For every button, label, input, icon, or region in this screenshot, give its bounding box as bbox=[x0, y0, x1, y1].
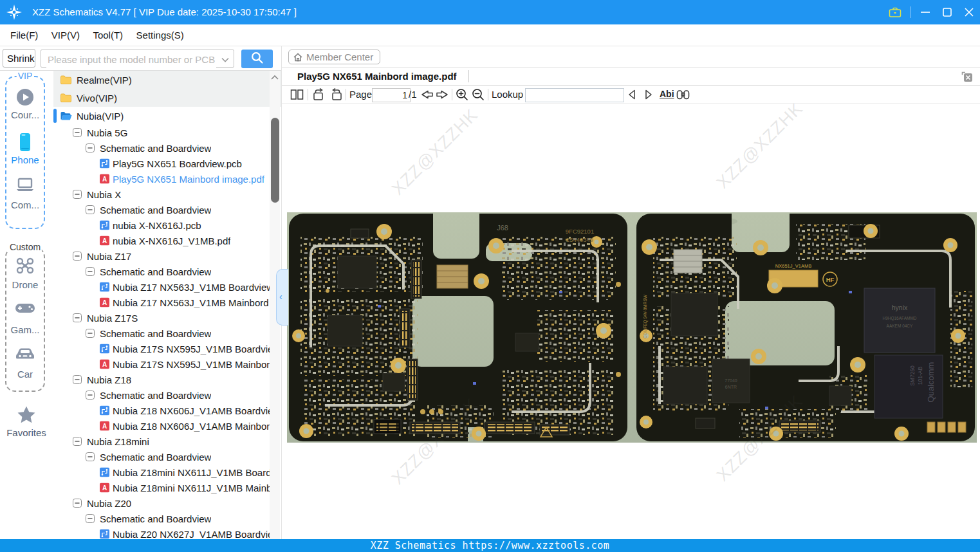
svg-text:A: A bbox=[102, 176, 107, 183]
search-icon bbox=[250, 51, 264, 65]
lookup-input[interactable] bbox=[525, 88, 624, 102]
member-center-button[interactable]: Member Center bbox=[288, 50, 380, 64]
tree-item[interactable]: Anubia X-NX616J_V1MB.pdf bbox=[53, 233, 281, 248]
tree-item[interactable]: Realme(VIP) bbox=[53, 71, 281, 89]
tree-item[interactable]: Schematic and Boardview bbox=[53, 326, 281, 341]
menu-settings[interactable]: Settings(S) bbox=[136, 24, 184, 46]
tree-item[interactable]: Nubia Z17 bbox=[53, 248, 281, 264]
tree-item[interactable]: Nubia Z18mini bbox=[53, 434, 281, 449]
tree-item[interactable]: nubia X-NX616J.pcb bbox=[53, 217, 281, 233]
collapse-toggle-icon[interactable] bbox=[86, 205, 95, 214]
page-number-input[interactable] bbox=[372, 88, 411, 102]
shrink-button[interactable]: Shrink bbox=[3, 49, 35, 68]
tree-item[interactable]: Nubia Z20 NX627J_V1AMB Boardvie bbox=[53, 526, 281, 539]
sidebar-item-drone[interactable]: Drone bbox=[6, 257, 44, 291]
collapse-toggle-icon[interactable] bbox=[73, 128, 82, 137]
watermark: XZZ@XZZHK bbox=[388, 105, 482, 199]
collapse-toggle-icon[interactable] bbox=[86, 267, 95, 276]
close-document-button[interactable] bbox=[961, 71, 973, 83]
collapse-toggle-icon[interactable] bbox=[73, 313, 82, 322]
menu-file[interactable]: File(F) bbox=[10, 24, 38, 46]
tree-item[interactable]: Schematic and Boardview bbox=[53, 387, 281, 403]
find-next-icon[interactable] bbox=[643, 89, 654, 100]
menu-vip[interactable]: VIP(V) bbox=[51, 24, 80, 46]
tree-item[interactable]: ANubia Z18mini NX611J_V1MB Mainb bbox=[53, 480, 281, 495]
zoom-in-icon[interactable] bbox=[456, 88, 468, 101]
pcb-icon bbox=[100, 159, 109, 169]
panel-collapse-handle[interactable]: ‹ bbox=[276, 269, 288, 326]
tree-item[interactable]: Play5G NX651 Boardview.pcb bbox=[53, 156, 281, 171]
tree-item[interactable]: Schematic and Boardview bbox=[53, 511, 281, 526]
two-page-view-icon[interactable] bbox=[290, 89, 304, 100]
sidebar-item-phone[interactable]: Phone bbox=[6, 133, 44, 166]
collapse-toggle-icon[interactable] bbox=[73, 252, 82, 261]
chevron-down-icon[interactable] bbox=[221, 57, 229, 62]
briefcase-icon bbox=[889, 6, 901, 18]
tree-item[interactable]: Nubia 5G bbox=[53, 125, 281, 140]
collapse-toggle-icon[interactable] bbox=[73, 437, 82, 446]
minimize-button[interactable] bbox=[914, 0, 936, 24]
sidebar-item-favorites[interactable]: Favorites bbox=[5, 405, 48, 439]
phone-icon bbox=[6, 133, 44, 154]
find-previous-icon[interactable] bbox=[627, 89, 637, 100]
maximize-button[interactable] bbox=[936, 0, 958, 24]
tree-item[interactable]: Nubia Z18 bbox=[53, 372, 281, 387]
board-name-label: NX651J_V1AMB bbox=[775, 263, 811, 269]
collapse-toggle-icon[interactable] bbox=[86, 329, 95, 338]
model-search-input[interactable] bbox=[46, 51, 216, 68]
next-page-icon[interactable] bbox=[436, 89, 450, 100]
tree-item[interactable]: ANubia Z18 NX606J_V1AMB Mainbor bbox=[53, 418, 281, 434]
tree-item[interactable]: Schematic and Boardview bbox=[53, 140, 281, 156]
tree-item[interactable]: Nubia Z17 NX563J_V1MB Boardview bbox=[53, 279, 281, 295]
tree-item[interactable]: Nubia Z18mini NX611J_V1MB Board bbox=[53, 465, 281, 480]
svg-text:A: A bbox=[102, 361, 107, 368]
sidebar-item-gam[interactable]: Gam... bbox=[6, 302, 44, 336]
tree-item[interactable]: Nubia Z18 NX606J_V1AMB Boardvie bbox=[53, 403, 281, 418]
tree-item[interactable]: Schematic and Boardview bbox=[53, 202, 281, 217]
license-button[interactable] bbox=[884, 0, 906, 24]
tree-item[interactable]: Nubia Z20 bbox=[53, 495, 281, 511]
titlebar-divider bbox=[910, 6, 911, 18]
zoom-out-icon[interactable] bbox=[472, 88, 485, 101]
tree-scrollbar-thumb[interactable] bbox=[271, 118, 279, 203]
tree-item[interactable]: Nubia(VIP) bbox=[53, 107, 281, 125]
model-search-field[interactable] bbox=[41, 50, 234, 68]
gamepad-icon bbox=[6, 302, 44, 324]
collapse-toggle-icon[interactable] bbox=[73, 499, 82, 508]
tree-item[interactable]: Nubia Z17S bbox=[53, 310, 281, 326]
tree-item[interactable]: Nubia Z17S NX595J_V1MB Boardvie bbox=[53, 341, 281, 356]
sidebar-item-cour[interactable]: Cour... bbox=[6, 87, 44, 121]
tab-active[interactable]: Play5G NX651 Mainbord image.pdf bbox=[297, 68, 457, 85]
previous-page-icon[interactable] bbox=[420, 89, 434, 100]
rotate-right-icon[interactable] bbox=[329, 88, 343, 101]
text-select-tool[interactable]: Abi bbox=[660, 86, 674, 103]
collapse-toggle-icon[interactable] bbox=[73, 190, 82, 199]
toolbar-separator bbox=[488, 89, 488, 100]
search-button[interactable] bbox=[241, 50, 273, 68]
tree-item[interactable]: APlay5G NX651 Mainbord image.pdf bbox=[53, 171, 281, 187]
tree-item[interactable]: ANubia Z17 NX563J_V1MB Mainbord bbox=[53, 295, 281, 310]
close-button[interactable] bbox=[958, 0, 980, 24]
tree-item[interactable]: Schematic and Boardview bbox=[53, 449, 281, 465]
collapse-toggle-icon[interactable] bbox=[86, 143, 95, 152]
tree-item[interactable]: Schematic and Boardview bbox=[53, 264, 281, 279]
binoculars-icon[interactable] bbox=[676, 89, 690, 100]
pcb-icon bbox=[100, 282, 109, 292]
menu-tool[interactable]: Tool(T) bbox=[93, 24, 123, 46]
rotate-left-icon[interactable] bbox=[312, 88, 326, 101]
collapse-toggle-icon[interactable] bbox=[86, 391, 95, 400]
pdf-viewer[interactable]: XZZ@XZZHK XZZ@XZZHK XZZ@XZZHK XZZ@XZZHK bbox=[282, 104, 980, 539]
collapse-toggle-icon[interactable] bbox=[73, 375, 82, 384]
collapse-toggle-icon[interactable] bbox=[86, 452, 95, 461]
tree-item[interactable]: ANubia Z17S NX595J_V1MB Mainbor bbox=[53, 356, 281, 372]
tree-item[interactable]: Nubia X bbox=[53, 187, 281, 202]
sidebar-item-car[interactable]: Car bbox=[6, 347, 44, 380]
app-logo-icon bbox=[6, 4, 23, 21]
collapse-toggle-icon[interactable] bbox=[86, 514, 95, 523]
svg-text:A: A bbox=[102, 237, 107, 244]
sidebar-item-com[interactable]: Com... bbox=[6, 178, 44, 211]
pdf-toolbar: Page: /1 Lookup Abi bbox=[282, 86, 980, 104]
tree-item[interactable]: Vivo(VIP) bbox=[53, 89, 281, 107]
pdf-icon: A bbox=[100, 483, 109, 493]
scroll-up-icon[interactable] bbox=[270, 73, 279, 82]
